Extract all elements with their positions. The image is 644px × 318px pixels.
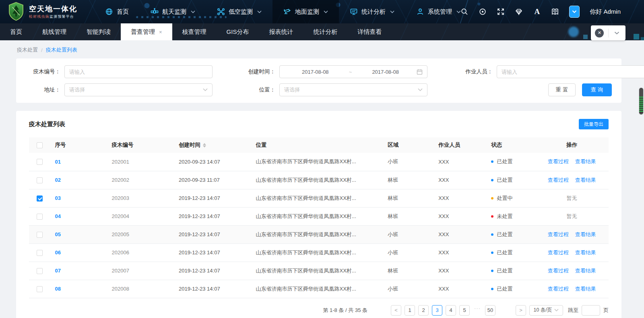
tab-detail-view[interactable]: 详情查看 [347, 23, 392, 40]
table-row: 072020072019-12-23 14:07山东省济南市历下区舜华街道凤凰路… [29, 262, 609, 280]
status-dot-icon [491, 270, 493, 272]
status-dot-icon [491, 233, 493, 236]
view-process-link[interactable]: 查看过程 [548, 231, 569, 237]
user-greeting: 你好 Admin [590, 8, 621, 16]
view-result-link[interactable]: 查看结果 [575, 231, 596, 237]
row-checkbox[interactable] [37, 177, 43, 183]
view-result-link[interactable]: 查看结果 [575, 286, 596, 292]
nav-item-space-monitor[interactable]: 航天监测 [140, 0, 206, 23]
position-select[interactable]: 请选择 [279, 83, 427, 96]
view-result-link[interactable]: 查看结果 [575, 268, 596, 274]
tab-stat-analysis[interactable]: 统计分析 [303, 23, 347, 40]
nav-item-ground-monitor[interactable]: 地面监测 [272, 0, 339, 23]
chevron-down-icon [203, 88, 208, 91]
topbar-tools: A 你好 Admin [460, 0, 621, 23]
close-all-tabs-button[interactable]: ✕ [591, 29, 608, 37]
page-button-50[interactable]: 50 [485, 305, 495, 316]
breadcrumb-parent[interactable]: 疫木处置 [17, 46, 38, 54]
row-area: 小班 [383, 243, 433, 262]
row-checkbox[interactable] [37, 250, 43, 256]
view-result-link[interactable]: 查看结果 [575, 158, 596, 164]
row-status: 未处置 [486, 207, 535, 225]
tab-menu-dropdown[interactable] [609, 31, 626, 35]
select-all-checkbox[interactable] [37, 142, 43, 148]
address-select[interactable]: 请选择 [64, 83, 213, 96]
nav-item-statistics[interactable]: 统计分析 [339, 0, 405, 23]
jump-suffix: 页 [603, 307, 609, 314]
breadcrumb-separator: / [41, 47, 43, 53]
nav-item-home[interactable]: 首页 [94, 0, 140, 23]
diamond-icon[interactable] [515, 8, 523, 16]
language-book-icon[interactable] [551, 8, 559, 16]
row-worker: XXX [433, 189, 486, 207]
row-seq-link[interactable]: 03 [55, 195, 60, 201]
worker-input[interactable] [497, 65, 644, 78]
screen: 空天地一体化 松材线虫病监测预警平台 首页 航天监测 [0, 0, 644, 318]
view-result-link[interactable]: 查看结果 [575, 177, 596, 183]
col-seq: 序号 [50, 137, 107, 153]
collapse-menu-button[interactable] [569, 6, 580, 18]
page-button-2[interactable]: 2 [418, 305, 429, 316]
tab-smart-reading[interactable]: 智能判读 [76, 23, 121, 40]
search-button[interactable]: 查 询 [582, 83, 612, 96]
row-seq-link[interactable]: 04 [55, 213, 60, 219]
tree-no-input[interactable] [64, 65, 213, 78]
view-result-link[interactable]: 查看结果 [575, 249, 596, 256]
view-process-link[interactable]: 查看过程 [548, 158, 569, 164]
fullscreen-icon[interactable] [497, 8, 505, 16]
prev-page-button[interactable]: < [391, 305, 401, 316]
row-seq-link[interactable]: 06 [55, 249, 60, 256]
satellite-icon [151, 8, 159, 16]
breadcrumb-current[interactable]: 疫木处置列表 [46, 46, 77, 54]
view-process-link[interactable]: 查看过程 [548, 286, 569, 292]
page-button-1[interactable]: 1 [405, 305, 415, 316]
page-button-3[interactable]: 3 [432, 305, 442, 316]
date-range-picker[interactable]: 2017-08-08 ~ 2017-08-08 [279, 65, 427, 78]
tab-verify-manage[interactable]: 核查管理 [172, 23, 217, 40]
row-actions: 查看过程查看结果 [535, 171, 609, 189]
close-tab-icon[interactable]: × [159, 29, 162, 35]
row-checkbox[interactable] [37, 232, 43, 238]
next-page-button[interactable]: > [516, 305, 526, 316]
row-location: 山东省济南市历下区舜华街道凤凰路XX村... [251, 189, 383, 207]
font-size-icon[interactable]: A [533, 8, 541, 16]
page-button-5[interactable]: 5 [459, 305, 470, 316]
row-checkbox[interactable] [37, 195, 43, 202]
row-checkbox[interactable] [37, 214, 43, 220]
table-row: 082020082019-12-23 14:07山东省济南市历下区舜华街道凤凰路… [29, 280, 609, 298]
nav-item-lowalt-monitor[interactable]: 低空监测 [206, 0, 272, 23]
batch-export-button[interactable]: 批量导出 [579, 119, 609, 129]
view-process-link[interactable]: 查看过程 [548, 268, 569, 274]
row-checkbox[interactable] [37, 268, 43, 274]
date-start[interactable]: 2017-08-08 [284, 69, 347, 75]
row-location: 山东省济南市历下区舜华街道凤凰路XX村... [251, 262, 383, 280]
page-button-4[interactable]: 4 [446, 305, 456, 316]
sort-icon[interactable] [203, 143, 206, 148]
row-checkbox[interactable] [37, 286, 43, 292]
filter-created-time: 创建时间： 2017-08-08 ~ 2017-08-08 [241, 65, 427, 78]
target-icon[interactable] [479, 8, 487, 16]
date-end[interactable]: 2017-08-08 [354, 69, 417, 75]
row-checkbox[interactable] [37, 159, 43, 165]
tab-survey-manage[interactable]: 普查管理 × [121, 23, 172, 40]
view-process-link[interactable]: 查看过程 [548, 177, 569, 183]
page-size-select[interactable]: 10 条/页 [529, 305, 563, 316]
tab-gis[interactable]: GIS分布 [217, 23, 259, 40]
jump-page-input[interactable] [582, 305, 600, 316]
view-process-link[interactable]: 查看过程 [548, 249, 569, 256]
filter-panel: 疫木编号： 创建时间： 2017-08-08 ~ 2017-08-08 作业人员… [16, 58, 621, 103]
col-created[interactable]: 创建时间 [174, 137, 251, 153]
search-icon[interactable] [460, 8, 469, 16]
reset-button[interactable]: 重 置 [548, 83, 576, 96]
row-seq-link[interactable]: 07 [55, 268, 60, 274]
row-actions: 查看过程查看结果 [535, 153, 609, 171]
tab-home[interactable]: 首页 [0, 23, 32, 40]
tab-route-manage[interactable]: 航线管理 [32, 23, 76, 40]
tab-report-stats[interactable]: 报表统计 [259, 23, 303, 40]
vertical-scrollbar-thumb[interactable] [639, 88, 643, 114]
scrollbar-stripes [639, 97, 643, 113]
row-seq-link[interactable]: 02 [55, 177, 60, 183]
row-seq-link[interactable]: 01 [55, 159, 60, 165]
row-seq-link[interactable]: 08 [55, 286, 60, 292]
row-seq-link[interactable]: 05 [55, 231, 60, 237]
